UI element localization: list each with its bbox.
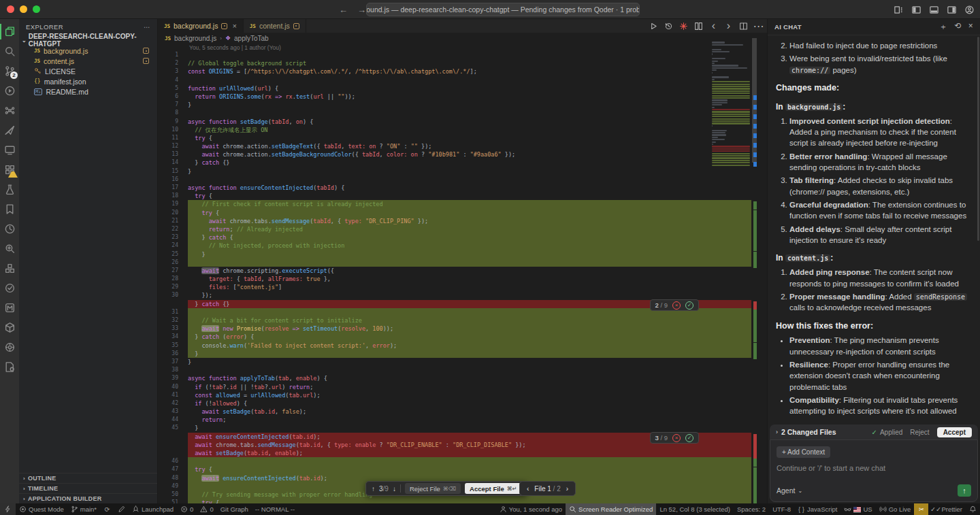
line-number[interactable]: 44 — [158, 416, 188, 424]
nav-back-icon[interactable]: ← — [339, 5, 348, 15]
pending-change-icon[interactable] — [143, 58, 149, 64]
activity-item-run-debug[interactable] — [0, 81, 19, 101]
command-center[interactable]: 🔍︎ background.js — deep-research-clean-c… — [366, 3, 640, 16]
line-number[interactable] — [158, 433, 188, 441]
section-timeline[interactable]: ›TIMELINE — [19, 483, 157, 493]
code-line[interactable]: 15} — [158, 167, 767, 176]
prev-file-icon[interactable]: ‹ — [527, 485, 529, 493]
code-line[interactable]: 26 — [158, 259, 767, 267]
line-number[interactable]: 11 — [158, 134, 188, 142]
status-language-mode[interactable]: { }JavaScript — [794, 503, 840, 515]
line-number[interactable]: 13 — [158, 150, 188, 159]
status-blame-status[interactable]: You, 1 second ago — [496, 503, 566, 515]
run-file-icon[interactable] — [649, 22, 658, 31]
code-line[interactable]: 40 if (!tab?.id || !tab?.url) return; — [158, 383, 767, 391]
code-line[interactable]: 33 await new Promise(resolve => setTimeo… — [158, 325, 767, 333]
line-number[interactable]: 38 — [158, 366, 188, 374]
nav-forward-icon[interactable]: → — [357, 5, 366, 15]
code-line[interactable]: 6 return ORIGINS.some(rx => rx.test(url … — [158, 93, 767, 101]
toggle-primary-sidebar-icon[interactable] — [911, 5, 921, 15]
project-root-folder[interactable]: ⌄ DEEP-RESEARCH-CLEAN-COPY-CHATGPT — [19, 35, 157, 46]
line-number[interactable]: 39 — [158, 374, 188, 382]
line-number[interactable]: 9 — [158, 118, 188, 126]
code-line[interactable]: 35 console.warn('Failed to inject conten… — [158, 342, 767, 350]
line-number[interactable]: 30 — [158, 291, 188, 299]
line-number[interactable]: 24 — [158, 242, 188, 250]
code-line[interactable]: 4 — [158, 76, 767, 84]
line-number[interactable]: 29 — [158, 283, 188, 291]
pending-change-icon[interactable] — [221, 23, 227, 29]
line-number[interactable]: 20 — [158, 209, 188, 217]
line-number[interactable]: 3 — [158, 67, 188, 76]
line-number[interactable]: 46 — [158, 457, 188, 465]
line-number[interactable]: 26 — [158, 259, 188, 267]
accept-change-button[interactable]: ✓ — [685, 301, 693, 310]
minimize-window-button[interactable] — [20, 5, 27, 13]
code-line[interactable]: 23 } catch { — [158, 233, 767, 242]
activity-item-m-extension[interactable] — [0, 298, 19, 318]
activity-item-testing-beaker[interactable] — [0, 180, 19, 199]
code-line[interactable]: 29 files: ["content.js"] — [158, 283, 767, 291]
line-number[interactable]: 5 — [158, 84, 188, 93]
more-actions-icon[interactable]: ⋯ — [144, 23, 150, 31]
send-button[interactable]: ↑ — [958, 484, 971, 497]
line-number[interactable]: 22 — [158, 225, 188, 233]
code-line[interactable]: 30 }); — [158, 291, 767, 299]
line-number[interactable]: 31 — [158, 308, 188, 316]
activity-item-package[interactable] — [0, 318, 19, 337]
line-number[interactable]: 40 — [158, 383, 188, 391]
activity-item-bookmarks[interactable] — [0, 199, 19, 219]
code-line[interactable]: 24 // Not injected, proceed with injecti… — [158, 242, 767, 250]
line-number[interactable]: 34 — [158, 333, 188, 341]
line-number[interactable]: 35 — [158, 342, 188, 350]
code-line[interactable]: 37} — [158, 358, 767, 366]
breadcrumb[interactable]: JS background.js › ❖ applyToTab — [158, 33, 767, 44]
code-line[interactable]: 38 — [158, 366, 767, 374]
line-number[interactable]: 48 — [158, 474, 188, 482]
accept-file-button[interactable]: Accept File⌘↵ — [465, 483, 521, 494]
activity-item-file-settings[interactable] — [0, 357, 19, 377]
code-line[interactable]: 9async function setBadge(tabId, on) { — [158, 118, 767, 126]
code-line[interactable]: 12 await chrome.action.setBadgeText({ ta… — [158, 142, 767, 150]
line-number[interactable]: 21 — [158, 217, 188, 225]
activity-item-send-rocket[interactable] — [0, 120, 19, 140]
pending-change-icon[interactable] — [293, 23, 299, 29]
accept-change-button[interactable]: ✓ — [685, 434, 693, 442]
line-number[interactable]: 37 — [158, 358, 188, 366]
code-line[interactable]: 45 } — [158, 424, 767, 432]
pending-change-icon[interactable] — [143, 48, 149, 54]
changed-files-label[interactable]: 2 Changed Files — [781, 428, 836, 436]
extension-action-icon[interactable] — [679, 22, 688, 31]
status-indentation[interactable]: Spaces: 2 — [734, 503, 769, 515]
reject-change-button[interactable]: × — [672, 434, 681, 442]
next-change-icon[interactable]: ↓ — [393, 485, 396, 493]
split-editor-icon[interactable] — [739, 22, 748, 31]
status-remote[interactable] — [0, 503, 16, 515]
line-number[interactable]: 10 — [158, 126, 188, 134]
open-changes-icon[interactable] — [694, 22, 703, 31]
status-prettier[interactable]: ✓✓Prettier — [928, 503, 966, 515]
status-cursor-position[interactable]: Ln 52, Col 8 (3 selected) — [656, 503, 734, 515]
code-line[interactable]: 17async function ensureContentInjected(t… — [158, 184, 767, 192]
code-line[interactable]: 3const ORIGINS = [/^https:\/\/chatgpt\.c… — [158, 67, 767, 76]
line-number[interactable]: 15 — [158, 167, 188, 176]
code-line[interactable]: 7} — [158, 101, 767, 109]
activity-item-explorer[interactable] — [0, 22, 19, 41]
code-line[interactable]: 34 } catch (error) { — [158, 333, 767, 341]
line-number[interactable]: 49 — [158, 482, 188, 491]
file-item-background.js[interactable]: JSbackground.js — [19, 46, 157, 56]
status-pen[interactable] — [114, 503, 129, 515]
line-number[interactable]: 45 — [158, 424, 188, 432]
line-number[interactable]: 27 — [158, 267, 188, 275]
status-vim-mode[interactable]: -- NORMAL -- — [252, 503, 298, 515]
code-line[interactable]: 25 } — [158, 250, 767, 259]
add-context-button[interactable]: + Add Context — [777, 446, 830, 458]
toggle-panel-icon[interactable] — [929, 5, 939, 15]
accept-all-button[interactable]: Accept — [937, 427, 972, 437]
file-item-manifest.json[interactable]: {}manifest.json — [19, 76, 157, 86]
line-number[interactable]: 51 — [158, 499, 188, 503]
activity-item-globe-gear[interactable] — [0, 337, 19, 357]
account-icon[interactable] — [964, 5, 975, 15]
activity-item-timeline-clock[interactable] — [0, 219, 19, 239]
status-quest-mode[interactable]: Quest Mode — [16, 503, 67, 515]
